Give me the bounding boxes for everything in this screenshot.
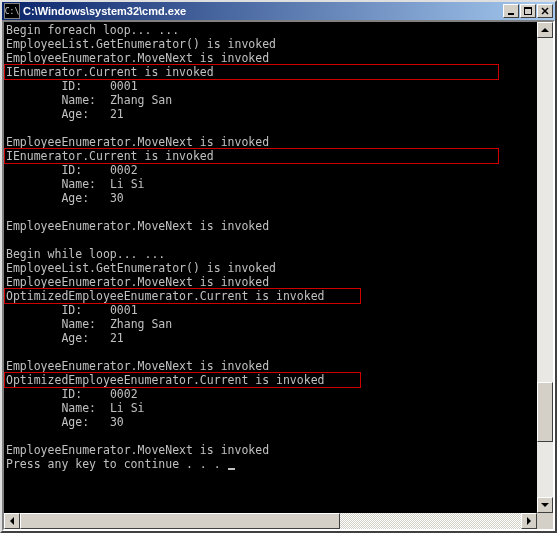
cmd-window: C:\ C:\Windows\system32\cmd.exe Begin fo… (0, 0, 557, 533)
close-button[interactable] (537, 4, 553, 18)
emp-name-label: Name: (6, 317, 96, 331)
scrollbar-corner (537, 513, 553, 529)
highlight-opt-current: OptimizedEmployeeEnumerator.Current is i… (4, 372, 361, 388)
arrow-down-icon (541, 503, 549, 507)
line: EmployeeEnumerator.MoveNext is invoked (6, 51, 269, 65)
client-area: Begin foreach loop... ... EmployeeList.G… (2, 20, 555, 531)
emp-name-label: Name: (6, 177, 96, 191)
line: Begin foreach loop... ... (6, 23, 179, 37)
emp-id-label: ID: (6, 79, 82, 93)
scroll-down-button[interactable] (537, 497, 553, 513)
svg-rect-2 (524, 7, 532, 9)
svg-rect-0 (508, 13, 514, 15)
titlebar: C:\ C:\Windows\system32\cmd.exe (2, 2, 555, 20)
emp-age-label: Age: (6, 191, 89, 205)
arrow-left-icon (10, 517, 14, 525)
emp-name-label: Name: (6, 401, 96, 415)
emp-name-value: Zhang San (110, 317, 172, 331)
emp-age-value: 30 (110, 191, 124, 205)
line: EmployeeList.GetEnumerator() is invoked (6, 37, 276, 51)
cursor-icon (228, 468, 235, 470)
highlight-opt-current: OptimizedEmployeeEnumerator.Current is i… (4, 288, 361, 304)
emp-age-label: Age: (6, 415, 89, 429)
emp-age-label: Age: (6, 331, 89, 345)
emp-name-value: Zhang San (110, 93, 172, 107)
line: EmployeeList.GetEnumerator() is invoked (6, 261, 276, 275)
scroll-right-button[interactable] (521, 513, 537, 529)
emp-id-label: ID: (6, 163, 82, 177)
emp-age-label: Age: (6, 107, 89, 121)
emp-id-value: 0001 (110, 303, 138, 317)
press-any-key: Press any key to continue . . . (6, 457, 228, 471)
highlight-ienum-current: IEnumerator.Current is invoked (4, 64, 499, 80)
cmd-icon: C:\ (4, 3, 20, 19)
emp-id-value: 0002 (110, 387, 138, 401)
emp-id-value: 0002 (110, 163, 138, 177)
emp-age-value: 21 (110, 331, 124, 345)
scroll-track-vertical[interactable] (537, 38, 553, 497)
titlebar-buttons (502, 4, 553, 18)
horizontal-scrollbar[interactable] (4, 513, 537, 529)
line: EmployeeEnumerator.MoveNext is invoked (6, 219, 269, 233)
emp-age-value: 21 (110, 107, 124, 121)
arrow-right-icon (527, 517, 531, 525)
vertical-scrollbar[interactable] (537, 22, 553, 513)
emp-name-label: Name: (6, 93, 96, 107)
window-title: C:\Windows\system32\cmd.exe (23, 5, 502, 17)
emp-id-label: ID: (6, 387, 82, 401)
console-output: Begin foreach loop... ... EmployeeList.G… (4, 22, 537, 513)
scroll-thumb-vertical[interactable] (537, 382, 553, 442)
emp-name-value: Li Si (110, 401, 145, 415)
scroll-thumb-horizontal[interactable] (20, 513, 340, 529)
line: EmployeeEnumerator.MoveNext is invoked (6, 359, 269, 373)
line: Begin while loop... ... (6, 247, 165, 261)
emp-id-label: ID: (6, 303, 82, 317)
scroll-up-button[interactable] (537, 22, 553, 38)
emp-id-value: 0001 (110, 79, 138, 93)
emp-age-value: 30 (110, 415, 124, 429)
scroll-track-horizontal[interactable] (20, 513, 521, 529)
emp-name-value: Li Si (110, 177, 145, 191)
highlight-ienum-current: IEnumerator.Current is invoked (4, 148, 499, 164)
maximize-button[interactable] (520, 4, 536, 18)
arrow-up-icon (541, 28, 549, 32)
line: EmployeeEnumerator.MoveNext is invoked (6, 135, 269, 149)
line: EmployeeEnumerator.MoveNext is invoked (6, 443, 269, 457)
line: EmployeeEnumerator.MoveNext is invoked (6, 275, 269, 289)
scroll-left-button[interactable] (4, 513, 20, 529)
minimize-button[interactable] (503, 4, 519, 18)
